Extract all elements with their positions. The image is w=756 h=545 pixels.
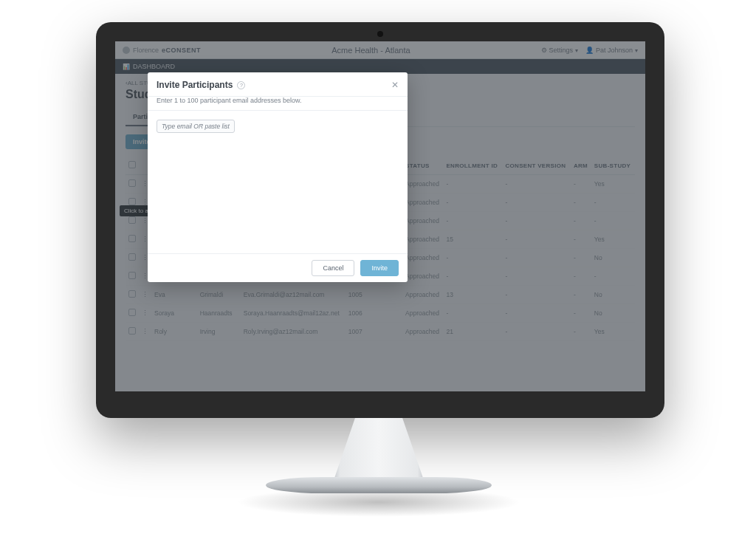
modal-title: Invite Participants bbox=[157, 80, 233, 90]
help-icon[interactable]: ? bbox=[237, 81, 245, 89]
close-icon[interactable]: ✕ bbox=[391, 80, 399, 90]
invite-button[interactable]: Invite bbox=[360, 260, 399, 276]
app-screen: Florence eCONSENT Acme Health - Atlanta … bbox=[115, 41, 645, 391]
email-input[interactable]: Type email OR paste list bbox=[157, 120, 235, 133]
modal-subtitle: Enter 1 to 100 participant email address… bbox=[148, 97, 408, 111]
invite-modal: Invite Participants ? ✕ Enter 1 to 100 p… bbox=[148, 72, 408, 282]
monitor-base bbox=[266, 477, 492, 493]
monitor-neck bbox=[323, 414, 434, 484]
cancel-button[interactable]: Cancel bbox=[312, 260, 354, 276]
monitor-frame: Florence eCONSENT Acme Health - Atlanta … bbox=[96, 22, 664, 418]
camera-icon bbox=[377, 31, 383, 37]
